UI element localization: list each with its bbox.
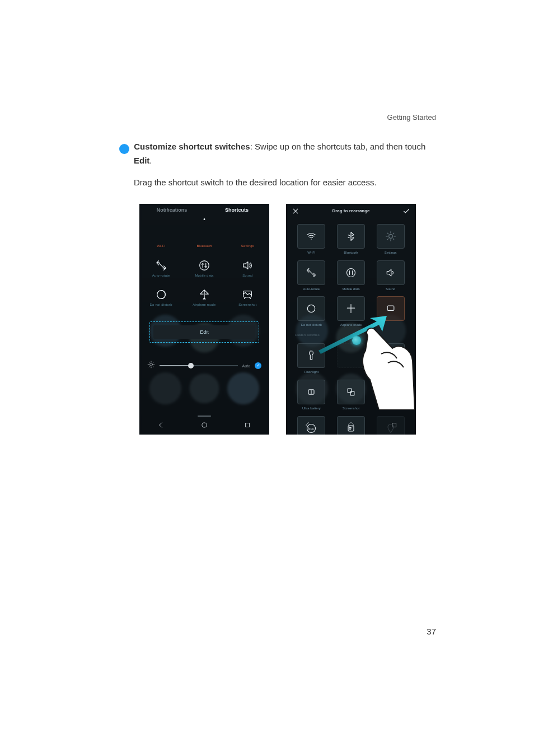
svg-rect-10: [387, 306, 394, 310]
tile-wifi[interactable]: Wi-Fi: [292, 221, 331, 256]
auto-brightness-toggle[interactable]: ✓: [255, 362, 261, 369]
nav-home-icon[interactable]: [347, 421, 355, 432]
tile-mobile-data[interactable]: Mobile data: [331, 257, 371, 292]
nav-home-icon[interactable]: [200, 421, 208, 432]
nav-recent-icon[interactable]: [390, 421, 398, 432]
svg-point-4: [202, 423, 207, 427]
auto-brightness-label: Auto: [242, 363, 250, 369]
tile-flashlight[interactable]: Flashlight: [292, 340, 331, 375]
page-number: 37: [427, 625, 436, 638]
shortcut-sound[interactable]: Sound: [226, 256, 269, 283]
tab-bar: Notifications Shortcuts: [139, 204, 269, 216]
fourg-icon: 4G: [385, 350, 396, 361]
android-navbar: [139, 418, 269, 435]
flashlight-icon: [306, 350, 317, 361]
svg-point-8: [346, 268, 355, 277]
airplane-icon: [345, 303, 357, 314]
wifi-icon: [155, 230, 167, 242]
touch-point: [352, 336, 361, 345]
shortcut-mobile-data[interactable]: Mobile data: [182, 256, 226, 283]
edit-button[interactable]: Edit: [153, 325, 255, 339]
svg-point-20: [349, 423, 353, 427]
gear-icon: [241, 230, 254, 242]
tile-settings[interactable]: Settings: [371, 221, 410, 256]
svg-text:4G: 4G: [388, 354, 393, 358]
nav-back-icon[interactable]: [157, 421, 165, 432]
sound-icon: [385, 267, 396, 278]
tile-screenshot[interactable]: Screenshot: [331, 376, 371, 412]
tab-indicator-dot: •: [139, 215, 269, 224]
running-head: Getting Started: [387, 112, 436, 124]
mobile-data-icon: [198, 259, 210, 272]
screen-title: Drag to rearrange: [332, 208, 369, 215]
drag-handle[interactable]: [198, 416, 211, 417]
gear-icon: [385, 231, 396, 242]
rotate-icon: [306, 267, 317, 278]
svg-rect-21: [392, 423, 396, 427]
tab-shortcuts[interactable]: Shortcuts: [204, 204, 269, 216]
tile-dnd[interactable]: Do not disturb: [292, 293, 331, 328]
hidden-switches-label: Hidden switches: [286, 328, 416, 338]
nav-recent-icon[interactable]: [243, 421, 251, 432]
rotate-icon: [155, 259, 167, 272]
svg-point-6: [311, 239, 312, 240]
screenshot-icon: [345, 386, 357, 398]
wifi-icon: [306, 231, 317, 242]
svg-point-3: [150, 363, 153, 366]
info-icon: i: [119, 144, 129, 154]
shortcut-auto-rotate[interactable]: Auto-rotate: [139, 256, 182, 283]
mobile-data-icon: [345, 267, 357, 278]
tile-sound[interactable]: Sound: [371, 257, 410, 292]
tab-notifications[interactable]: Notifications: [139, 204, 204, 216]
svg-point-9: [308, 305, 315, 312]
svg-rect-14: [348, 389, 352, 393]
shortcut-settings[interactable]: Settings: [226, 226, 269, 254]
android-navbar: [286, 418, 416, 435]
instruction-paragraph: i Customize shortcut switches: Swipe up …: [119, 140, 436, 167]
tile-ultra-battery[interactable]: Ultra battery: [292, 376, 331, 412]
svg-rect-15: [350, 391, 354, 395]
dnd-icon: [306, 303, 317, 314]
shortcut-bluetooth[interactable]: Bluetooth: [182, 226, 226, 254]
brightness-row: Auto ✓: [139, 361, 269, 371]
brightness-slider[interactable]: [160, 365, 238, 366]
edit-button-highlight: Edit: [149, 321, 259, 343]
tile-dragged[interactable]: [371, 293, 410, 328]
bluetooth-icon: [345, 231, 357, 242]
instruction-line2: Drag the shortcut switch to the desired …: [119, 176, 436, 189]
nav-back-icon[interactable]: [304, 421, 312, 432]
shortcut-dnd[interactable]: Do not disturb: [139, 285, 182, 312]
shortcut-wifi[interactable]: Wi-Fi: [139, 226, 182, 254]
bluetooth-icon: [198, 230, 210, 242]
tile-bluetooth[interactable]: Bluetooth: [331, 221, 371, 256]
svg-point-0: [200, 260, 209, 270]
close-icon[interactable]: [292, 207, 299, 215]
battery-icon: [306, 386, 317, 398]
screenshot-icon: [241, 288, 254, 301]
figure-row: Notifications Shortcuts • Wi-Fi Bluetoot…: [119, 204, 436, 435]
svg-rect-5: [246, 423, 250, 427]
dnd-icon: [155, 288, 167, 301]
shortcut-screenshot[interactable]: Screenshot: [226, 285, 269, 312]
screenshot-icon: [385, 303, 396, 314]
sound-icon: [241, 259, 254, 272]
screenshot-shortcuts-panel: Notifications Shortcuts • Wi-Fi Bluetoot…: [139, 204, 269, 435]
tile-airplane[interactable]: Airplane mode: [331, 293, 371, 328]
confirm-icon[interactable]: [402, 207, 410, 215]
tile-4g[interactable]: 4G 4G: [371, 340, 410, 375]
brightness-gear-icon[interactable]: [147, 361, 155, 371]
tile-auto-rotate[interactable]: Auto-rotate: [292, 257, 331, 292]
screenshot-drag-rearrange: Drag to rearrange Wi-Fi Bluetooth Settin: [286, 204, 416, 435]
airplane-icon: [198, 288, 210, 301]
svg-point-7: [388, 235, 392, 239]
shortcut-airplane[interactable]: Airplane mode: [182, 285, 226, 312]
tile-empty-drop[interactable]: [331, 340, 371, 375]
